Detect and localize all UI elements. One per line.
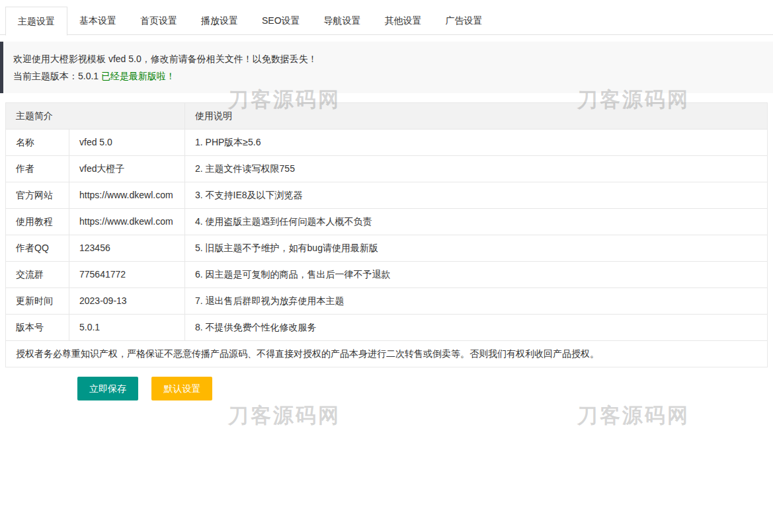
row-usage: 8. 不提供免费个性化修改服务 (185, 315, 768, 341)
row-value: 775641772 (69, 262, 185, 288)
row-label: 版本号 (6, 315, 69, 341)
table-row: 作者QQ 123456 5. 旧版主题不予维护，如有bug请使用最新版 (6, 235, 768, 262)
row-label: 名称 (6, 130, 69, 156)
intro-column-header: 主题简介 (6, 103, 185, 130)
row-label: 更新时间 (6, 288, 69, 315)
table-row: 名称 vfed 5.0 1. PHP版本≥5.6 (6, 130, 768, 156)
default-settings-button[interactable]: 默认设置 (151, 377, 212, 400)
row-usage: 1. PHP版本≥5.6 (185, 130, 768, 156)
table-row: 官方网站 https://www.dkewl.com 3. 不支持IE8及以下浏… (6, 182, 768, 209)
latest-version-badge: 已经是最新版啦！ (101, 71, 175, 81)
row-value: 123456 (69, 235, 185, 262)
row-value: https://www.dkewl.com (69, 209, 185, 235)
table-row: 更新时间 2023-09-13 7. 退出售后群即视为放弃使用本主题 (6, 288, 768, 315)
table-row: 版本号 5.0.1 8. 不提供免费个性化修改服务 (6, 315, 768, 341)
table-row: 使用教程 https://www.dkewl.com 4. 使用盗版主题遇到任何… (6, 209, 768, 235)
table-header-row: 主题简介 使用说明 (6, 103, 768, 130)
action-buttons: 立即保存 默认设置 (77, 377, 773, 400)
row-value: 5.0.1 (69, 315, 185, 341)
row-value: 2023-09-13 (69, 288, 185, 315)
save-button[interactable]: 立即保存 (77, 377, 138, 400)
row-usage: 3. 不支持IE8及以下浏览器 (185, 182, 768, 209)
notice-line-1: 欢迎使用大橙影视模板 vfed 5.0，修改前请备份相关文件！以免数据丢失！ (13, 50, 763, 67)
settings-tab[interactable]: 播放设置 (189, 7, 250, 35)
watermark: 刀客源码网 (228, 402, 341, 430)
settings-tab[interactable]: 首页设置 (128, 7, 189, 35)
usage-column-header: 使用说明 (185, 103, 768, 130)
table-footer-row: 授权者务必尊重知识产权，严格保证不恶意传播产品源码、不得直接对授权的产品本身进行… (6, 341, 768, 367)
row-label: 交流群 (6, 262, 69, 288)
row-usage: 7. 退出售后群即视为放弃使用本主题 (185, 288, 768, 315)
current-version-text: 当前主题版本：5.0.1 (13, 71, 99, 81)
settings-tab[interactable]: SEO设置 (250, 7, 312, 35)
settings-tab[interactable]: 主题设置 (5, 7, 67, 36)
settings-tab[interactable]: 导航设置 (312, 7, 373, 35)
watermark: 刀客源码网 (577, 402, 690, 430)
row-label: 作者 (6, 156, 69, 182)
table-row: 作者 vfed大橙子 2. 主题文件读写权限755 (6, 156, 768, 182)
theme-info-table-wrap: 主题简介 使用说明 名称 vfed 5.0 1. PHP版本≥5.6 作者 vf… (5, 102, 768, 367)
settings-tab[interactable]: 广告设置 (434, 7, 495, 35)
table-row: 交流群 775641772 6. 因主题是可复制的商品，售出后一律不予退款 (6, 262, 768, 288)
notice-line-2: 当前主题版本：5.0.1 已经是最新版啦！ (13, 67, 763, 85)
row-value: https://www.dkewl.com (69, 182, 185, 209)
row-usage: 5. 旧版主题不予维护，如有bug请使用最新版 (185, 235, 768, 262)
settings-tab[interactable]: 基本设置 (67, 7, 128, 35)
welcome-notice: 欢迎使用大橙影视模板 vfed 5.0，修改前请备份相关文件！以免数据丢失！ 当… (0, 42, 773, 93)
row-value: vfed 5.0 (69, 130, 185, 156)
settings-tab-bar: 主题设置基本设置首页设置播放设置SEO设置导航设置其他设置广告设置 (0, 0, 773, 35)
row-usage: 4. 使用盗版主题遇到任何问题本人概不负责 (185, 209, 768, 235)
row-label: 使用教程 (6, 209, 69, 235)
row-usage: 6. 因主题是可复制的商品，售出后一律不予退款 (185, 262, 768, 288)
row-usage: 2. 主题文件读写权限755 (185, 156, 768, 182)
row-value: vfed大橙子 (69, 156, 185, 182)
row-label: 作者QQ (6, 235, 69, 262)
row-label: 官方网站 (6, 182, 69, 209)
license-notice: 授权者务必尊重知识产权，严格保证不恶意传播产品源码、不得直接对授权的产品本身进行… (6, 341, 768, 367)
settings-tab[interactable]: 其他设置 (373, 7, 434, 35)
theme-info-table: 主题简介 使用说明 名称 vfed 5.0 1. PHP版本≥5.6 作者 vf… (5, 102, 768, 367)
